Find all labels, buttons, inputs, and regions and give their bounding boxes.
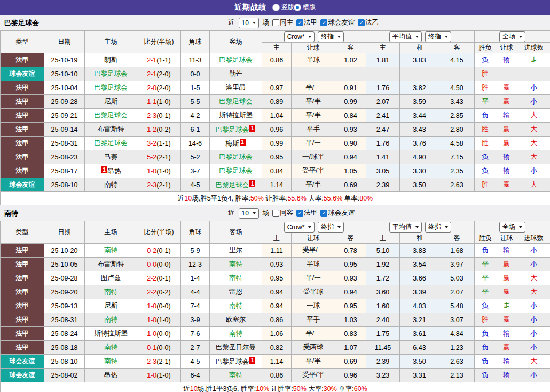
team-text: 里尔 <box>229 246 242 254</box>
filter-check-同客[interactable]: 同客 <box>272 209 293 218</box>
away-team-cell: 斯特拉斯堡 <box>210 109 262 123</box>
goals-result-cell: 大 <box>517 137 550 150</box>
crow-home-odds: 0.89 <box>262 95 292 109</box>
avg-away-odds: 5.48 <box>439 299 475 313</box>
handicap-result-cell: 走 <box>496 299 517 313</box>
odds-source-select[interactable]: Crow* <box>284 222 315 233</box>
league-type-cell: 法甲 <box>1 299 44 313</box>
handicap-line: 半/一 <box>292 137 335 150</box>
corner-cell: 3-9 <box>181 313 210 327</box>
table-row: 法甲25-09-21巴黎足球会2-3(0-1)4-2斯特拉斯堡1.04平/半0.… <box>1 109 550 123</box>
match-count-select[interactable]: 10 <box>239 18 259 28</box>
handicap-line: 半球 <box>292 258 335 271</box>
table-row: 法甲25-09-20南特2-2(0-2)4-4雷恩0.94受半球0.943.60… <box>1 285 550 299</box>
avg-away-odds: 1.68 <box>439 244 475 258</box>
date-cell: 25-10-20 <box>44 244 85 258</box>
column-header-4: 角球 <box>181 31 210 53</box>
handicap-result-cell: 赢 <box>496 271 517 285</box>
scope-select[interactable]: 全场 <box>499 222 525 233</box>
league-type-cell: 法甲 <box>1 137 44 150</box>
summary-text: 近10场,胜5平1负4, 胜率:50% 让胜率:55.6% 大率:55.6% 单… <box>1 192 550 205</box>
halftime-score: (1-1) <box>156 57 170 64</box>
odds-time-select[interactable]: 终指 <box>318 31 344 42</box>
crow-home-odds: 1.06 <box>262 327 292 341</box>
team-text: 布雷斯特 <box>98 125 124 133</box>
fulltime-score: 3-2 <box>147 140 156 147</box>
home-team-cell: 布雷斯特 <box>85 123 137 137</box>
filter-check-同主[interactable]: 同主 <box>272 18 293 27</box>
halftime-score: (0-0) <box>156 302 170 310</box>
handicap-result-cell: 输 <box>496 369 517 382</box>
handicap-line: 半/一 <box>292 81 335 95</box>
league-type-cell: 法甲 <box>1 150 44 164</box>
team-text: 勒芒 <box>229 70 242 77</box>
handicap-result-cell: 输 <box>496 109 517 123</box>
corner-cell: 7-6 <box>181 327 210 341</box>
corner-cell: 5-5 <box>181 95 210 109</box>
column-header-0: 类型 <box>1 31 44 53</box>
date-cell: 25-08-10 <box>44 355 85 369</box>
team-text: 巴黎足球会 <box>219 167 253 174</box>
scope-select[interactable]: 全场 <box>499 31 525 42</box>
table-row: 球会友谊25-08-02昂热1-0(1-0)6-4南特0.86受平/半0.963… <box>1 369 550 382</box>
filter-check-法甲[interactable]: ✓法甲 <box>296 209 317 218</box>
layout-radio-horizontal[interactable]: 横版 <box>294 3 316 12</box>
subcolumn-header: 让球 <box>496 43 517 53</box>
halftime-score: (0-1) <box>156 275 170 282</box>
crow-home-odds: 0.94 <box>262 299 292 313</box>
avg-odds-select-value: 平均值 <box>392 32 412 41</box>
avg-home-odds: 2.40 <box>366 313 400 327</box>
match-count-select[interactable]: 10 <box>239 208 259 219</box>
away-team-cell: 巴黎足球会 <box>210 53 262 67</box>
halftime-score: (0-0) <box>156 344 170 351</box>
corner-cell: 11-3 <box>181 53 210 67</box>
league-type-cell: 法甲 <box>1 313 44 327</box>
goals-result-cell: 大 <box>517 355 550 369</box>
league-type-cell: 法甲 <box>1 341 44 355</box>
subcolumn-header: 主 <box>366 43 400 53</box>
avg-odds-select[interactable]: 平均值 <box>389 222 422 233</box>
filter-check-球会友谊[interactable]: ✓球会友谊 <box>320 209 355 218</box>
crow-away-odds: 0.95 <box>335 258 366 271</box>
summary-segment: 10 <box>190 385 198 392</box>
result-cell: 胜 <box>475 81 496 95</box>
avg-time-select[interactable]: 终指 <box>425 222 451 233</box>
halftime-score: (1-0) <box>156 98 170 106</box>
near-label: 近 <box>228 18 235 27</box>
home-team-cell: 布雷斯特 <box>85 258 137 271</box>
avg-time-select[interactable]: 终指 <box>425 31 451 42</box>
result-cell: 平 <box>475 258 496 271</box>
crow-away-odds: 0.83 <box>335 327 366 341</box>
avg-draw-odds: 3.43 <box>400 123 439 137</box>
date-cell: 25-10-10 <box>44 67 85 81</box>
home-team-cell: 图卢兹 <box>85 271 137 285</box>
filter-check-球会友谊[interactable]: ✓球会友谊 <box>320 18 355 27</box>
filter-check-法乙[interactable]: ✓法乙 <box>358 18 379 27</box>
team-text: 尼斯 <box>104 98 117 105</box>
avg-draw-odds: 3.66 <box>400 271 439 285</box>
red-card-badge: 1 <box>249 180 255 187</box>
avg-odds-select-value: 平均值 <box>392 222 412 231</box>
odds-source-select[interactable]: Crow* <box>284 31 315 42</box>
table-row: 法甲25-10-19朗斯2-1(1-1)11-3巴黎足球会0.86半球1.021… <box>1 53 550 67</box>
avg-odds-select[interactable]: 平均值 <box>389 31 422 42</box>
odds-time-select[interactable]: 终指 <box>318 222 344 233</box>
away-team-cell: 雷恩 <box>210 285 262 299</box>
table-row: 法甲25-09-28图卢兹2-2(0-1)1-4南特0.95半/一0.931.7… <box>1 271 550 285</box>
team-text: 巴黎足球会 <box>219 153 253 161</box>
league-type-cell: 法甲 <box>1 53 44 67</box>
handicap-result-cell: 赢 <box>496 285 517 299</box>
filter-check-法甲[interactable]: ✓法甲 <box>296 18 317 27</box>
scope-select-value: 全场 <box>502 32 515 41</box>
corner-cell: 2-7 <box>181 341 210 355</box>
league-type-cell: 法甲 <box>1 285 44 299</box>
table-row: 法甲25-10-05布雷斯特0-0(0-0)12-3南特0.93半球0.951.… <box>1 258 550 271</box>
titlebar: 近期战绩 竖版横版 <box>0 0 550 15</box>
avg-home-odds: 1.41 <box>366 150 400 164</box>
avg-home-odds: 2.47 <box>366 123 400 137</box>
away-team-cell: 巴黎足球会 <box>210 95 262 109</box>
avg-draw-odds: 6.43 <box>400 341 439 355</box>
crow-away-odds: 0.78 <box>335 244 366 258</box>
layout-radio-vertical[interactable]: 竖版 <box>273 3 294 12</box>
avg-draw-odds: 3.39 <box>400 285 439 299</box>
